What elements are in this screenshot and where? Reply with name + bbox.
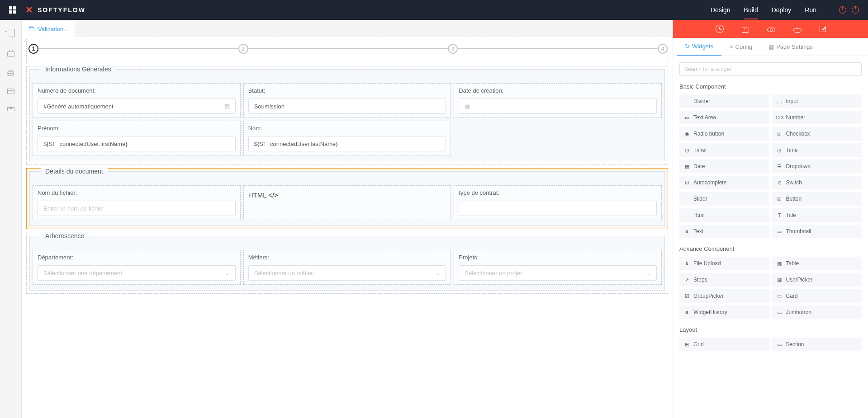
- widget-divider[interactable]: —Divider: [679, 94, 769, 108]
- widget-text[interactable]: ≡Text: [679, 225, 769, 238]
- widget-slider[interactable]: ≡Slider: [679, 192, 769, 206]
- legend-details: Détails du document: [41, 168, 108, 175]
- group-layout-title: Layout: [679, 326, 862, 333]
- form-canvas: 1 2 3 4 Informations Générales Numéro de…: [22, 37, 673, 299]
- widget-userpicker[interactable]: ▦UserPicker: [772, 273, 862, 286]
- section-tree[interactable]: Arborescence Département: Sélectionner u…: [26, 233, 668, 294]
- nav-design[interactable]: Design: [711, 6, 730, 14]
- widget-grouppicker[interactable]: ☑GroupPicker: [679, 289, 769, 303]
- widget-card[interactable]: ▭Card: [772, 289, 862, 303]
- database-icon[interactable]: [8, 70, 14, 76]
- input-filename[interactable]: [38, 201, 236, 216]
- input-firstname[interactable]: ${SF_connectedUser.firstName}: [38, 136, 236, 151]
- briefcase-icon[interactable]: [7, 52, 14, 57]
- chevron-down-icon: ⌄: [435, 270, 440, 277]
- widget-text-area[interactable]: ▭Text Area: [679, 111, 769, 124]
- widget-date[interactable]: ▦Date: [679, 160, 769, 173]
- nav-deploy[interactable]: Deploy: [772, 6, 792, 14]
- brand-name: SOFTYFLOW: [38, 6, 85, 14]
- widget-icon: ↗: [684, 277, 690, 283]
- widget-icon: 123: [777, 115, 783, 121]
- section-general[interactable]: Informations Générales Numéro de documen…: [26, 66, 668, 164]
- widget-input[interactable]: ⬚Input: [772, 94, 862, 108]
- widget-icon: ▭: [684, 115, 690, 121]
- brand-logo[interactable]: ✕ SOFTYFLOW: [25, 5, 85, 15]
- widget-button[interactable]: ☑Button: [772, 192, 862, 206]
- widget-number[interactable]: 123Number: [772, 111, 862, 124]
- nav-build[interactable]: Build: [744, 6, 758, 19]
- input-contracttype[interactable]: [459, 201, 657, 216]
- logo-mark-icon: ✕: [25, 5, 34, 15]
- select-dept[interactable]: Sélectionner une département ⌄: [38, 265, 236, 281]
- step-2: 2: [238, 44, 248, 54]
- history-icon[interactable]: [716, 25, 724, 33]
- label-docnum: Numéro de document:: [38, 87, 236, 94]
- label-dept: Département:: [38, 254, 236, 261]
- steps-widget[interactable]: 1 2 3 4: [26, 39, 668, 63]
- apps-grid-icon[interactable]: [9, 6, 16, 14]
- widget-timer[interactable]: ◷Timer: [679, 143, 769, 157]
- widget-dropdown[interactable]: ☰Dropdown: [772, 160, 862, 173]
- select-project[interactable]: Sélectionner un projet ⌄: [459, 265, 657, 281]
- widget-radio-button[interactable]: ◉Radio button: [679, 127, 769, 141]
- widget-switch[interactable]: ⊙Switch: [772, 176, 862, 189]
- widget-file-upload[interactable]: ⬇File Upload: [679, 257, 769, 270]
- widget-icon: ▦: [777, 261, 783, 267]
- briefcase-icon[interactable]: [742, 28, 749, 33]
- legend-tree: Arborescence: [41, 232, 89, 240]
- nav-run[interactable]: Run: [805, 6, 816, 14]
- tab-validation[interactable]: Validation...: [22, 21, 76, 37]
- widget-html[interactable]: Html: [679, 208, 769, 222]
- widget-widgethistory[interactable]: ≡WidgetHistory: [679, 305, 769, 319]
- cloud-upload-icon[interactable]: [793, 28, 802, 33]
- window-icon[interactable]: [7, 89, 14, 94]
- section-details[interactable]: Détails du document Nom du fichier: HTML…: [26, 168, 668, 229]
- tab-widgets[interactable]: ↻ Widgets: [677, 38, 721, 56]
- group-advance-title: Advance Component: [679, 245, 862, 252]
- label-firstname: Prénom:: [38, 125, 236, 132]
- tab-page-settings[interactable]: ▤ Page Settings: [760, 38, 821, 56]
- widget-section[interactable]: ▭Section: [772, 338, 862, 351]
- widget-jumbotron[interactable]: ▭Jumbotron: [772, 305, 862, 319]
- select-job[interactable]: Sélectionner un métier ⌄: [248, 265, 446, 281]
- edit-icon[interactable]: [820, 26, 826, 32]
- widget-autocomplete[interactable]: ☑Autocomplete: [679, 176, 769, 189]
- editor-tabs: Validation...: [22, 20, 673, 37]
- warning-icon[interactable]: [839, 6, 846, 14]
- widget-icon: —: [684, 99, 690, 104]
- input-docnum[interactable]: #Généré automatiquement ▤: [38, 99, 236, 114]
- widget-icon: ▭: [777, 310, 783, 315]
- step-4: 4: [658, 44, 668, 54]
- group-basic-title: Basic Component: [679, 83, 862, 90]
- preview-icon[interactable]: [767, 28, 775, 32]
- right-panel-tabs: ↻ Widgets ≡ Config ▤ Page Settings: [673, 38, 868, 56]
- widget-checkbox[interactable]: ☑Checkbox: [772, 127, 862, 141]
- widget-search-input[interactable]: [679, 62, 862, 76]
- sliders-icon: ≡: [730, 43, 733, 50]
- mail-icon[interactable]: [7, 107, 14, 111]
- widget-icon: ≡: [684, 310, 690, 315]
- tab-label: Validation...: [38, 26, 68, 33]
- widget-title[interactable]: TTitle: [772, 208, 862, 222]
- legend-general: Informations Générales: [41, 66, 116, 73]
- power-icon[interactable]: [852, 6, 859, 14]
- crop-icon[interactable]: [7, 29, 15, 37]
- widget-icon: ⬇: [684, 261, 690, 267]
- widget-time[interactable]: ◷Time: [772, 143, 862, 157]
- refresh-icon: ↻: [685, 43, 690, 50]
- widget-grid[interactable]: ⊞Grid: [679, 338, 769, 351]
- widget-icon: ◉: [684, 131, 690, 137]
- right-panel: ↻ Widgets ≡ Config ▤ Page Settings Basic…: [673, 20, 868, 418]
- html-widget[interactable]: HTML </>: [248, 189, 446, 201]
- widget-thumbnail[interactable]: ▭Thumbnail: [772, 225, 862, 238]
- tab-config[interactable]: ≡ Config: [721, 38, 760, 56]
- widget-steps[interactable]: ↗Steps: [679, 273, 769, 286]
- input-lastname[interactable]: ${SF_connectedUser.lastName}: [248, 136, 446, 151]
- widget-icon: T: [777, 212, 783, 218]
- widget-table[interactable]: ▦Table: [772, 257, 862, 270]
- input-status[interactable]: Soumission: [248, 99, 446, 114]
- calendar-icon: ▦: [465, 103, 470, 110]
- docnum-suffix-icon: ▤: [225, 103, 230, 109]
- input-created[interactable]: ▦: [459, 99, 657, 114]
- step-1: 1: [28, 44, 38, 54]
